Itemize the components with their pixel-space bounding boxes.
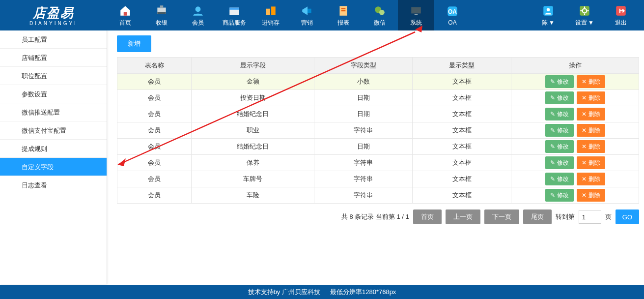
nav-label: 微信: [374, 19, 386, 27]
nav-report[interactable]: 报表: [325, 0, 362, 30]
user-icon: [541, 4, 555, 18]
table-cell: 文本框: [413, 106, 511, 122]
sidebar-item-6[interactable]: 提成规则: [0, 140, 107, 158]
delete-button[interactable]: ✕删除: [577, 156, 605, 169]
table-cell: 金额: [192, 74, 314, 90]
nav-oa[interactable]: OAOA: [434, 0, 471, 30]
pager-page-input[interactable]: [579, 210, 601, 224]
delete-button[interactable]: ✕删除: [577, 91, 605, 104]
cashier-icon: [155, 4, 168, 18]
nav-goods[interactable]: 商品服务: [216, 0, 252, 30]
nav-wechat[interactable]: 微信: [362, 0, 398, 30]
sidebar-item-1[interactable]: 店铺配置: [0, 49, 107, 67]
nav-home[interactable]: 首页: [107, 0, 143, 30]
close-icon: ✕: [582, 143, 587, 150]
sidebar: 员工配置店铺配置职位配置参数设置微信推送配置微信支付宝配置提成规则自定义字段日志…: [0, 30, 107, 284]
pager-first-button[interactable]: 首页: [413, 209, 442, 224]
top-nav: 首页收银会员商品服务进销存营销报表微信系统OAOA: [107, 0, 530, 30]
nav-system[interactable]: 系统: [398, 0, 434, 30]
ops-cell: ✎修改✕删除: [511, 74, 639, 90]
pager-last-button[interactable]: 尾页: [523, 209, 552, 224]
chevron-down-icon: ▼: [549, 19, 555, 26]
table-row: 会员车牌号字符串文本框✎修改✕删除: [117, 171, 639, 187]
pager-go-button[interactable]: GO: [616, 209, 639, 224]
nav-label: 营销: [301, 19, 313, 27]
svg-point-14: [379, 9, 385, 15]
sidebar-item-4[interactable]: 微信推送配置: [0, 103, 107, 121]
table-row: 会员职业字符串文本框✎修改✕删除: [117, 122, 639, 139]
svg-rect-6: [229, 7, 239, 9]
table-cell: 会员: [117, 187, 192, 204]
svg-rect-0: [124, 12, 127, 16]
chevron-down-icon: ▼: [588, 19, 594, 26]
logo-en: DIANYINGYI: [29, 21, 78, 26]
edit-button[interactable]: ✎修改: [545, 189, 574, 202]
footer-resolution: 最低分辨率1280*768px: [330, 288, 396, 297]
top-nav-right: 陈▼设置▼退出: [530, 4, 644, 27]
member-icon: [191, 4, 205, 18]
edit-button[interactable]: ✎修改: [545, 124, 574, 137]
nav-marketing[interactable]: 营销: [289, 0, 325, 30]
nav-cashier[interactable]: 收银: [143, 0, 180, 30]
wechat-icon: [373, 4, 387, 18]
ops-cell: ✎修改✕删除: [511, 122, 639, 139]
edit-button[interactable]: ✎修改: [545, 156, 574, 169]
nav-label: 陈▼: [542, 19, 555, 27]
add-button[interactable]: 新增: [117, 35, 151, 52]
table-cell: 文本框: [413, 155, 511, 171]
footer-support: 技术支持by 广州贝应科技: [248, 288, 320, 297]
table-cell: 文本框: [413, 90, 511, 106]
sidebar-item-8[interactable]: 日志查看: [0, 176, 107, 194]
table-cell: 结婚纪念日: [192, 106, 314, 122]
table-cell: 车牌号: [192, 171, 314, 187]
delete-button[interactable]: ✕删除: [577, 124, 605, 137]
body: 员工配置店铺配置职位配置参数设置微信推送配置微信支付宝配置提成规则自定义字段日志…: [0, 30, 644, 284]
ops-cell: ✎修改✕删除: [511, 155, 639, 171]
table-cell: 字符串: [314, 187, 413, 204]
pager-next-button[interactable]: 下一页: [484, 209, 519, 224]
table-row: 会员投资日期日期文本框✎修改✕删除: [117, 90, 639, 106]
nav-logout[interactable]: 退出: [603, 4, 639, 27]
delete-button[interactable]: ✕删除: [577, 189, 605, 202]
table-cell: 字符串: [314, 155, 413, 171]
table-cell: 文本框: [413, 74, 511, 90]
table-row: 会员结婚纪念日日期文本框✎修改✕删除: [117, 106, 639, 122]
nav-stock[interactable]: 进销存: [252, 0, 289, 30]
svg-rect-7: [266, 8, 270, 15]
top-header: 店盈易 DIANYINGYI 首页收银会员商品服务进销存营销报表微信系统OAOA…: [0, 0, 644, 30]
main-content: 新增 表名称显示字段字段类型显示类型操作 会员金额小数文本框✎修改✕删除会员投资…: [107, 30, 644, 284]
sidebar-item-2[interactable]: 职位配置: [0, 67, 107, 85]
logo-cn: 店盈易: [33, 4, 74, 22]
nav-user[interactable]: 陈▼: [530, 4, 566, 27]
edit-button[interactable]: ✎修改: [545, 91, 574, 104]
svg-rect-12: [341, 10, 346, 11]
pager-prev-button[interactable]: 上一页: [446, 209, 480, 224]
ops-cell: ✎修改✕删除: [511, 171, 639, 187]
delete-button[interactable]: ✕删除: [577, 75, 605, 88]
svg-rect-3: [160, 5, 164, 8]
delete-button[interactable]: ✕删除: [577, 173, 605, 185]
edit-button[interactable]: ✎修改: [545, 108, 574, 120]
table-cell: 保养: [192, 155, 314, 171]
close-icon: ✕: [582, 192, 587, 199]
delete-button[interactable]: ✕删除: [577, 140, 605, 153]
edit-button[interactable]: ✎修改: [545, 173, 574, 185]
table-cell: 会员: [117, 122, 192, 139]
edit-button[interactable]: ✎修改: [545, 140, 574, 153]
table-cell: 车险: [192, 187, 314, 204]
sidebar-item-5[interactable]: 微信支付宝配置: [0, 121, 107, 140]
nav-label: 首页: [119, 19, 131, 27]
logout-icon: [614, 4, 628, 18]
delete-button[interactable]: ✕删除: [577, 108, 605, 120]
nav-member[interactable]: 会员: [180, 0, 216, 30]
sidebar-item-3[interactable]: 参数设置: [0, 85, 107, 103]
goods-icon: [227, 4, 241, 18]
table-cell: 文本框: [413, 171, 511, 187]
sidebar-item-0[interactable]: 员工配置: [0, 30, 107, 49]
nav-label: 商品服务: [223, 19, 246, 27]
nav-label: 报表: [337, 19, 349, 27]
nav-settings[interactable]: 设置▼: [566, 4, 603, 27]
table-cell: 文本框: [413, 187, 511, 204]
edit-button[interactable]: ✎修改: [545, 75, 574, 88]
sidebar-item-7[interactable]: 自定义字段: [0, 158, 107, 176]
